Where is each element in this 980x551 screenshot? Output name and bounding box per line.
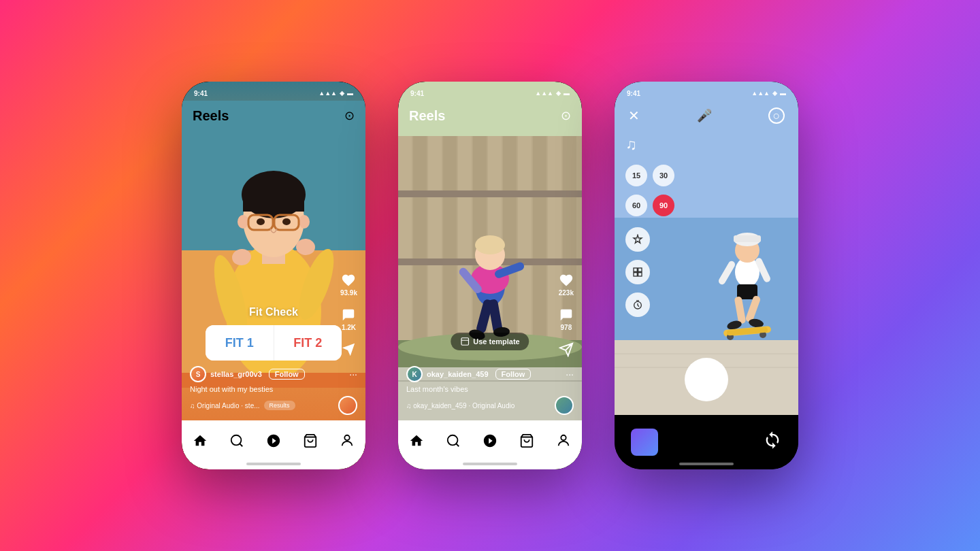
- svg-rect-79: [634, 273, 637, 276]
- nav-profile-1[interactable]: [339, 433, 355, 449]
- flip-camera-icon[interactable]: ○: [768, 107, 785, 124]
- speed-15[interactable]: 15: [625, 165, 647, 186]
- camera-top-bar: ✕ 🎤 ○: [615, 101, 798, 131]
- reels-title-2: Reels: [409, 108, 445, 124]
- svg-point-54: [448, 435, 458, 446]
- nav-shop-2[interactable]: [519, 433, 535, 449]
- audio-text-1: ♫ Original Audio · ste...: [190, 402, 260, 410]
- nav-profile-2[interactable]: [555, 433, 572, 449]
- reels-icon-2: [483, 433, 497, 448]
- use-template-label: Use template: [473, 337, 519, 346]
- like-count-1: 93.9k: [340, 289, 357, 297]
- share-action-1[interactable]: [341, 342, 356, 357]
- reels-icon-1: [266, 433, 281, 448]
- effects-icon[interactable]: [625, 227, 650, 252]
- speed-30[interactable]: 30: [653, 165, 674, 186]
- fit-btn-2[interactable]: FIT 2: [274, 325, 342, 361]
- svg-point-19: [231, 435, 242, 446]
- more-dots-2[interactable]: ···: [566, 369, 574, 380]
- shutter-button[interactable]: [685, 358, 728, 401]
- svg-rect-65: [734, 235, 761, 242]
- status-icons-1: ▲▲▲ ◈ ▬: [318, 90, 353, 97]
- caption-2: Last month's vibes: [406, 385, 574, 393]
- nav-home-2[interactable]: [408, 433, 425, 449]
- svg-point-9: [299, 215, 310, 229]
- user-row-2: K okay_kaiden_459 Follow ···: [406, 366, 574, 382]
- comment-count-2: 978: [561, 324, 572, 331]
- more-dots-1[interactable]: ···: [349, 369, 357, 380]
- fit-buttons-container: FIT 1 FIT 2: [206, 325, 342, 361]
- battery-icon: ▬: [347, 90, 353, 97]
- status-time-1: 9:41: [194, 90, 208, 97]
- camera-bottom-bar: [615, 415, 798, 469]
- music-add-icon[interactable]: ♫: [625, 136, 674, 154]
- comment-icon-2: [559, 307, 574, 322]
- svg-rect-34: [533, 136, 546, 340]
- svg-point-8: [238, 215, 248, 229]
- follow-btn-1[interactable]: Follow: [269, 369, 305, 380]
- camera-side-panel: ♫ 15 30 60 90: [625, 136, 674, 317]
- signal-icon: ▲▲▲: [318, 90, 337, 97]
- svg-rect-77: [634, 268, 637, 271]
- speed-60[interactable]: 60: [625, 195, 647, 216]
- timer-icon-btn[interactable]: [625, 293, 650, 317]
- results-label: Results: [270, 402, 290, 409]
- status-time-2: 9:41: [410, 90, 424, 97]
- use-template-btn[interactable]: Use template: [451, 333, 529, 350]
- nav-search-2[interactable]: [445, 433, 461, 449]
- reels-header-2: Reels ⊙: [398, 101, 582, 131]
- home-indicator-3: [679, 463, 734, 465]
- close-btn[interactable]: ✕: [628, 107, 640, 124]
- nav-home-1[interactable]: [192, 433, 208, 449]
- fit-btn-1[interactable]: FIT 1: [206, 325, 274, 361]
- shop-icon-2: [519, 433, 534, 448]
- heart-icon-1: [341, 273, 356, 288]
- audio-text-2: ♫ okay_kaiden_459 · Original Audio: [406, 402, 514, 410]
- right-actions-1: 93.9k 1.2K: [340, 273, 357, 357]
- search-icon-2: [446, 433, 461, 448]
- template-icon: [460, 337, 470, 346]
- reels-title-1: Reels: [193, 108, 229, 124]
- like-action-1[interactable]: 93.9k: [340, 273, 357, 297]
- profile-icon-1: [340, 433, 355, 448]
- status-bar-1: 9:41 ▲▲▲ ◈ ▬: [182, 82, 365, 101]
- gallery-thumbnail[interactable]: [631, 429, 658, 456]
- nav-reels-2[interactable]: [482, 433, 498, 449]
- nav-search-1[interactable]: [229, 433, 245, 449]
- follow-btn-2[interactable]: Follow: [495, 369, 532, 380]
- flip-icon: [763, 431, 782, 450]
- svg-rect-37: [398, 190, 582, 197]
- comment-action-2[interactable]: 978: [559, 307, 574, 331]
- flip-camera-btn[interactable]: [763, 431, 782, 454]
- camera-icon-1[interactable]: ⊙: [344, 108, 355, 123]
- svg-point-21: [344, 435, 349, 440]
- fit-check-overlay: Fit Check FIT 1 FIT 2: [182, 306, 365, 361]
- nav-shop-1[interactable]: [302, 433, 318, 449]
- svg-point-43: [475, 235, 505, 254]
- audio-avatar-1: [338, 396, 357, 415]
- svg-point-11: [282, 218, 291, 225]
- results-chip[interactable]: Results: [264, 401, 295, 410]
- sparkle-icon: [632, 234, 643, 245]
- mic-off-icon[interactable]: 🎤: [697, 108, 712, 123]
- comment-action-1[interactable]: 1.2K: [341, 307, 356, 331]
- speed-row-2: 60 90: [625, 195, 674, 216]
- home-icon-2: [409, 433, 424, 448]
- speed-90-selected[interactable]: 90: [653, 195, 674, 216]
- heart-icon-2: [559, 273, 574, 288]
- phone-1: 9:41 ▲▲▲ ◈ ▬ Reels ⊙ Fit Check FIT 1 FIT…: [182, 82, 365, 469]
- camera-icon-2[interactable]: ⊙: [561, 108, 571, 123]
- svg-rect-32: [503, 136, 517, 340]
- share-action-2[interactable]: [559, 342, 574, 357]
- username-2: okay_kaiden_459: [427, 370, 489, 378]
- bottom-info-2: K okay_kaiden_459 Follow ··· Last month'…: [406, 366, 574, 415]
- share-icon-2: [559, 342, 574, 357]
- phone-3: 9:41 ▲▲▲ ◈ ▬ ✕ 🎤 ○ ♫ 15 30 60 90: [615, 82, 798, 469]
- nav-reels-1[interactable]: [265, 433, 282, 449]
- layout-icon-btn[interactable]: [625, 260, 650, 284]
- reels-header-1: Reels ⊙: [182, 101, 365, 131]
- like-action-2[interactable]: 223k: [559, 273, 574, 297]
- right-actions-2: 223k 978: [559, 273, 574, 357]
- caption-1: Night out with my besties: [190, 385, 357, 393]
- signal-icon-2: ▲▲▲: [535, 90, 553, 97]
